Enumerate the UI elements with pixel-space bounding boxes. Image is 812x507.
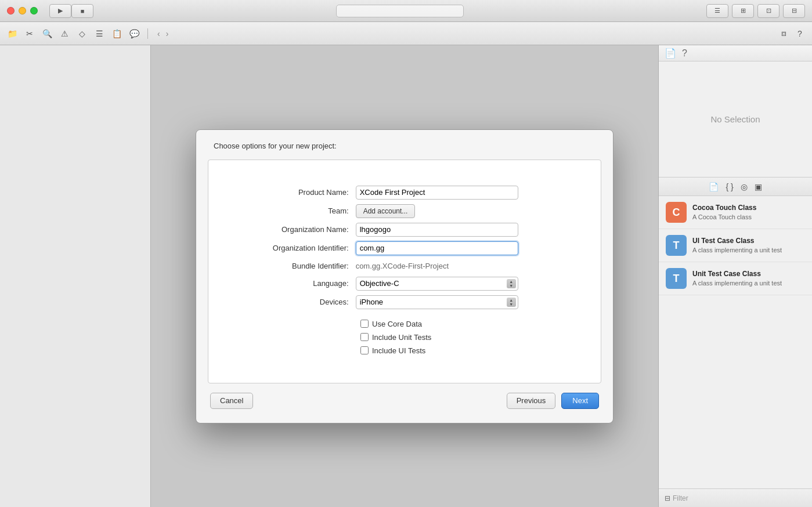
titlebar-controls: ☰ ⊞ ⊡ ⊟ [706, 4, 805, 18]
team-label: Team: [254, 202, 356, 220]
layout-btn-2[interactable]: ⊞ [732, 4, 754, 18]
help-icon[interactable]: ? [793, 27, 806, 40]
cocoa-touch-title: Cocoa Touch Class [692, 204, 805, 212]
rp-file-tab[interactable]: 📄 [709, 182, 719, 191]
org-id-input[interactable] [356, 241, 518, 255]
language-label: Language: [254, 274, 356, 293]
checkbox-section: Use Core Data Include Unit Tests Include… [220, 320, 589, 355]
traffic-lights [7, 7, 38, 15]
next-button[interactable]: Next [561, 393, 599, 409]
form-table: Product Name: Team: Add account... [254, 183, 555, 312]
form-row-devices: Devices: iPhone iPad Universal [254, 293, 555, 312]
footer-right: Previous Next [507, 393, 599, 409]
nav-back[interactable]: ‹ [155, 28, 163, 39]
product-name-input[interactable] [356, 186, 518, 200]
unit-test-icon: T [666, 268, 687, 289]
include-ui-tests-checkbox[interactable] [360, 346, 369, 354]
list-item[interactable]: C Cocoa Touch Class A Cocoa Touch class [659, 196, 812, 229]
comment-icon[interactable]: 💬 [128, 27, 140, 40]
warning-icon[interactable]: ⚠ [58, 27, 71, 40]
list-icon[interactable]: ☰ [93, 27, 106, 40]
filter-icon: ⊟ [665, 494, 670, 502]
devices-select[interactable]: iPhone iPad Universal [356, 295, 518, 309]
folder-icon[interactable]: 📁 [6, 27, 19, 40]
minimize-button[interactable] [19, 7, 26, 15]
include-unit-tests-label: Include Unit Tests [372, 333, 431, 342]
use-core-data-checkbox[interactable] [360, 320, 369, 328]
right-panel: 📄 ? No Selection 📄 { } ◎ ▣ C Cocoa Touch… [658, 45, 812, 507]
right-panel-list: C Cocoa Touch Class A Cocoa Touch class … [659, 196, 812, 488]
add-account-button[interactable]: Add account... [356, 204, 416, 218]
devices-value: iPhone iPad Universal ▲ ▼ [356, 293, 555, 312]
dialog-content: Product Name: Team: Add account... [208, 160, 601, 383]
titlebar: ▶ ■ ☰ ⊞ ⊡ ⊟ [0, 0, 812, 22]
form-row-language: Language: Objective-C Swift ▲ ▼ [254, 274, 555, 293]
inspector-icon[interactable]: ⧈ [777, 27, 790, 40]
language-select-wrapper: Objective-C Swift ▲ ▼ [356, 277, 518, 291]
new-project-dialog: Choose options for your new project: Pro… [196, 129, 613, 423]
rp-circle-tab[interactable]: ◎ [741, 182, 748, 191]
right-panel-filter-bar: ⊟ Filter [659, 488, 812, 507]
unit-test-desc: A class implementing a unit test [692, 279, 805, 287]
rp-file-icon[interactable]: 📄 [665, 48, 676, 59]
devices-label: Devices: [254, 293, 356, 312]
list-item[interactable]: T UI Test Case Class A class implementin… [659, 229, 812, 262]
bundle-id-value: com.gg.XCode-First-Project [356, 258, 555, 274]
org-id-label: Organization Identifier: [254, 239, 356, 258]
maximize-button[interactable] [30, 7, 38, 15]
ui-test-desc: A class implementing a unit test [692, 246, 805, 254]
dialog-header: Choose options for your new project: [196, 130, 613, 160]
form-row-org-name: Organization Name: [254, 220, 555, 239]
right-panel-toolbar: 📄 { } ◎ ▣ [659, 178, 812, 196]
toolbar-right: ⧈ ? [777, 27, 806, 40]
cocoa-touch-text: Cocoa Touch Class A Cocoa Touch class [692, 204, 805, 221]
dialog-overlay: Choose options for your new project: Pro… [151, 45, 658, 507]
dialog-title: Choose options for your new project: [214, 142, 337, 150]
nav-arrows: ‹ › [155, 28, 171, 39]
center-area: Choose options for your new project: Pro… [151, 45, 658, 507]
unit-test-text: Unit Test Case Class A class implementin… [692, 270, 805, 287]
devices-select-wrapper: iPhone iPad Universal ▲ ▼ [356, 295, 518, 309]
language-select[interactable]: Objective-C Swift [356, 277, 518, 291]
layout-btn-4[interactable]: ⊟ [783, 4, 805, 18]
filter-text[interactable]: Filter [673, 494, 688, 502]
close-button[interactable] [7, 7, 15, 15]
org-name-input[interactable] [356, 223, 518, 237]
include-unit-tests-checkbox[interactable] [360, 333, 369, 341]
language-value: Objective-C Swift ▲ ▼ [356, 274, 555, 293]
form-row-team: Team: Add account... [254, 202, 555, 220]
main-area: Choose options for your new project: Pro… [0, 45, 812, 507]
org-name-label: Organization Name: [254, 220, 356, 239]
include-ui-tests-label: Include UI Tests [372, 346, 425, 355]
search-icon[interactable]: 🔍 [41, 27, 53, 40]
list-item[interactable]: T Unit Test Case Class A class implement… [659, 262, 812, 295]
rp-square-tab[interactable]: ▣ [755, 182, 762, 191]
unit-test-title: Unit Test Case Class [692, 270, 805, 278]
note-icon[interactable]: 📋 [110, 27, 123, 40]
stop-button[interactable]: ■ [71, 4, 93, 18]
rp-help-icon[interactable]: ? [682, 48, 687, 59]
ui-test-title: UI Test Case Class [692, 237, 805, 245]
dialog-footer: Cancel Previous Next [196, 383, 613, 409]
layout-btn-3[interactable]: ⊡ [757, 4, 779, 18]
toolbar-separator [147, 28, 148, 39]
title-search-bar [336, 5, 464, 17]
ui-test-text: UI Test Case Class A class implementing … [692, 237, 805, 254]
play-button[interactable]: ▶ [49, 4, 71, 18]
cancel-button[interactable]: Cancel [210, 393, 253, 409]
form-row-product-name: Product Name: [254, 183, 555, 202]
no-selection-text: No Selection [710, 114, 760, 124]
title-bar-center [93, 5, 706, 17]
cocoa-touch-desc: A Cocoa Touch class [692, 213, 805, 221]
scissors-icon[interactable]: ✂ [23, 27, 36, 40]
product-name-value [356, 183, 555, 202]
form-row-org-id: Organization Identifier: [254, 239, 555, 258]
team-value: Add account... [356, 202, 555, 220]
previous-button[interactable]: Previous [507, 393, 556, 409]
nav-forward[interactable]: › [164, 28, 171, 39]
layout-btn-1[interactable]: ☰ [706, 4, 728, 18]
rp-braces-tab[interactable]: { } [726, 182, 733, 191]
bundle-id-text: com.gg.XCode-First-Project [356, 259, 449, 273]
use-core-data-label: Use Core Data [372, 320, 422, 328]
tag-icon[interactable]: ◇ [75, 27, 88, 40]
